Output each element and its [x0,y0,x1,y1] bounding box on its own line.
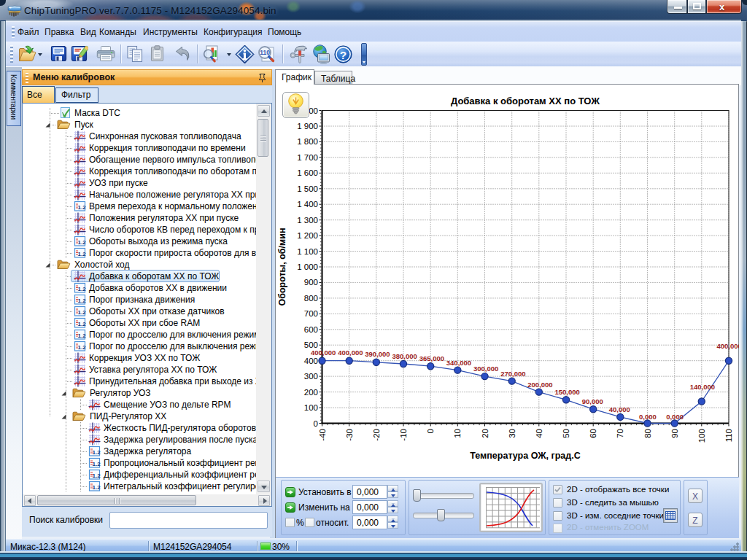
svg-text:1 800: 1 800 [297,137,318,146]
svg-text:1 000: 1 000 [297,262,318,271]
svg-text:390,000: 390,000 [365,350,390,358]
svg-text:800: 800 [304,294,318,303]
svg-text:Обороты, об/мин: Обороты, об/мин [277,228,287,306]
svg-text:400,000: 400,000 [311,349,336,357]
svg-text:1.2: 1.2 [78,332,86,339]
svg-text:-40: -40 [318,429,327,441]
svg-text:380,000: 380,000 [392,352,417,360]
svg-text:60: 60 [589,429,597,438]
svg-text:1 400: 1 400 [297,200,318,209]
svg-text:365,000: 365,000 [419,354,444,362]
svg-text:Температура ОЖ, град.С: Температура ОЖ, град.С [470,451,580,461]
svg-text:0,000: 0,000 [639,413,657,421]
svg-text:1 600: 1 600 [297,168,318,177]
svg-text:140,000: 140,000 [690,383,715,391]
svg-text:1 900: 1 900 [297,122,318,131]
svg-text:1 500: 1 500 [297,184,318,193]
svg-text:1.2: 1.2 [78,321,86,327]
svg-text:30: 30 [508,429,516,438]
svg-text:1.2: 1.2 [78,239,86,246]
svg-text:100: 100 [697,429,706,443]
svg-text:-20: -20 [372,429,381,441]
svg-text:-10: -10 [399,429,408,441]
svg-text:300,000: 300,000 [473,365,498,373]
svg-text:-30: -30 [345,429,354,441]
svg-text:110: 110 [724,429,733,442]
svg-text:1.2: 1.2 [78,309,86,316]
svg-text:340,000: 340,000 [446,359,471,367]
svg-text:900: 900 [304,278,318,287]
svg-text:400,000: 400,000 [338,349,363,357]
svg-text:400,000: 400,000 [717,342,740,350]
svg-text:?: ? [340,49,347,61]
svg-text:1.2: 1.2 [78,298,86,304]
svg-text:70: 70 [616,429,624,438]
svg-text:700: 700 [304,309,318,318]
svg-text:0: 0 [314,419,318,428]
svg-text:1.2: 1.2 [78,251,86,257]
svg-text:600: 600 [304,325,318,334]
svg-text:90,000: 90,000 [582,397,603,405]
svg-text:150,000: 150,000 [555,388,580,396]
svg-text:40: 40 [535,429,543,438]
svg-text:50: 50 [562,429,570,438]
svg-text:40,000: 40,000 [609,405,630,413]
svg-text:1 200: 1 200 [297,231,318,240]
svg-text:1.2: 1.2 [78,204,86,211]
svg-text:1.2: 1.2 [93,461,101,467]
svg-text:1.2: 1.2 [78,286,86,292]
svg-text:1.2: 1.2 [93,449,101,456]
svg-text:1.2: 1.2 [93,484,101,491]
svg-text:1 100: 1 100 [297,247,318,256]
svg-text:110: 110 [260,49,270,56]
svg-text:10: 10 [453,429,462,438]
svg-text:200,000: 200,000 [527,381,552,389]
svg-text:90: 90 [670,429,679,438]
svg-text:0: 0 [426,429,435,433]
svg-text:400: 400 [304,357,318,365]
svg-text:270,000: 270,000 [500,370,525,378]
svg-text:1 700: 1 700 [297,153,318,162]
svg-text:300: 300 [304,372,318,381]
svg-text:80: 80 [643,429,652,438]
svg-text:20: 20 [481,429,489,438]
svg-text:200: 200 [304,388,318,397]
svg-text:100: 100 [304,403,318,412]
svg-text:1.2: 1.2 [93,472,101,479]
svg-text:1.2: 1.2 [78,344,86,351]
svg-text:Добавка к оборотам ХХ по ТОЖ: Добавка к оборотам ХХ по ТОЖ [451,96,600,106]
svg-text:0,000: 0,000 [666,413,684,421]
svg-text:1 300: 1 300 [297,216,318,225]
